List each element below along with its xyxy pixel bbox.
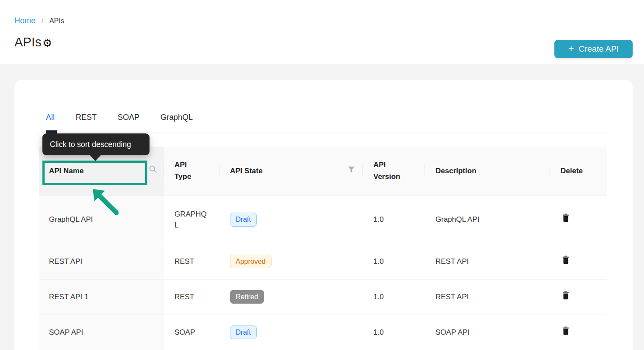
cell-description: REST API (425, 279, 550, 315)
create-api-button-label: Create API (578, 44, 619, 54)
api-type-tabs: All REST SOAP GraphQL (46, 113, 193, 131)
plus-icon: + (568, 44, 574, 53)
cell-delete (550, 315, 607, 350)
trash-icon (562, 291, 569, 300)
cell-api-state: Draft (219, 196, 363, 244)
cell-api-version: 1.0 (363, 196, 425, 244)
breadcrumb-home-link[interactable]: Home (14, 16, 35, 25)
page-title: APIs (14, 35, 42, 49)
breadcrumb-current: APIs (49, 17, 64, 24)
cell-api-version: 1.0 (363, 279, 425, 315)
page-title-row: APIs ⚙ (14, 35, 52, 49)
cell-delete (550, 196, 607, 244)
table-row[interactable]: SOAP API SOAP Draft 1.0 SOAP API (39, 315, 607, 350)
status-badge: Draft (230, 326, 257, 340)
column-header-api-version[interactable]: API Version (363, 147, 425, 196)
tabs-bottom-border (39, 133, 607, 133)
tab-soap[interactable]: SOAP (118, 113, 139, 131)
cell-api-state: Draft (219, 315, 363, 350)
sort-tooltip-arrow (90, 155, 101, 161)
trash-icon (562, 326, 569, 335)
cell-api-state: Retired (219, 279, 363, 315)
column-header-api-type[interactable]: API Type (164, 147, 219, 196)
search-icon[interactable] (149, 165, 157, 177)
column-header-description-label: Description (435, 167, 477, 175)
column-header-api-state[interactable]: API State (219, 147, 363, 196)
trash-icon (562, 256, 569, 264)
status-badge: Approved (230, 255, 272, 269)
column-header-api-state-label: API State (230, 167, 263, 175)
status-badge: Draft (230, 213, 257, 227)
cell-delete (550, 244, 607, 279)
column-header-delete: Delete (550, 147, 607, 196)
cell-api-type: SOAP (164, 315, 219, 350)
cell-api-name: GraphQL API (39, 196, 164, 244)
cell-api-version: 1.0 (363, 315, 425, 350)
table-row[interactable]: GraphQL API GRAPHQL Draft 1.0 GraphQL AP… (39, 196, 607, 244)
sort-tooltip: Click to sort descending (42, 133, 150, 155)
tab-graphql[interactable]: GraphQL (160, 113, 193, 131)
cell-api-name: SOAP API (39, 315, 164, 350)
cell-description: REST API (425, 244, 550, 279)
column-header-api-version-label: API Version (373, 159, 405, 182)
cell-api-type: REST (164, 244, 219, 279)
delete-button[interactable] (562, 326, 569, 336)
page: Home / APIs APIs ⚙ + Create API All REST… (0, 0, 644, 350)
delete-button[interactable] (562, 291, 569, 301)
status-badge: Retired (230, 290, 264, 304)
column-header-api-type-label: API Type (174, 159, 202, 182)
cell-delete (550, 279, 607, 315)
filter-funnel-icon[interactable] (348, 165, 355, 177)
delete-button[interactable] (562, 214, 569, 224)
cell-description: SOAP API (425, 315, 550, 350)
breadcrumb: Home / APIs (14, 16, 64, 25)
cell-api-type: REST (164, 279, 219, 315)
column-header-delete-label: Delete (560, 167, 583, 175)
column-header-description[interactable]: Description (425, 147, 550, 196)
tab-all[interactable]: All (46, 113, 55, 131)
sort-tooltip-text: Click to sort descending (50, 140, 131, 149)
api-table: API Name API Type (39, 147, 607, 350)
gear-icon[interactable]: ⚙ (42, 38, 52, 49)
cell-api-name: REST API 1 (39, 279, 164, 315)
cell-description: GraphQL API (425, 196, 550, 244)
trash-icon (562, 214, 569, 222)
cell-api-version: 1.0 (363, 244, 425, 279)
breadcrumb-separator: / (42, 17, 43, 24)
cell-api-type: GRAPHQL (164, 196, 219, 244)
create-api-button[interactable]: + Create API (554, 40, 633, 58)
tab-rest[interactable]: REST (76, 113, 97, 131)
cell-api-state: Approved (219, 244, 363, 279)
cell-api-name: REST API (39, 244, 164, 279)
table-row[interactable]: REST API 1 REST Retired 1.0 REST API (39, 279, 607, 315)
active-tab-ink-bar (46, 130, 57, 133)
top-bar: Home / APIs APIs ⚙ + Create API (0, 0, 644, 64)
table-row[interactable]: REST API REST Approved 1.0 REST API (39, 244, 607, 279)
table-body: GraphQL API GRAPHQL Draft 1.0 GraphQL AP… (39, 196, 607, 350)
delete-button[interactable] (562, 256, 569, 266)
column-header-api-name-label: API Name (49, 167, 84, 175)
